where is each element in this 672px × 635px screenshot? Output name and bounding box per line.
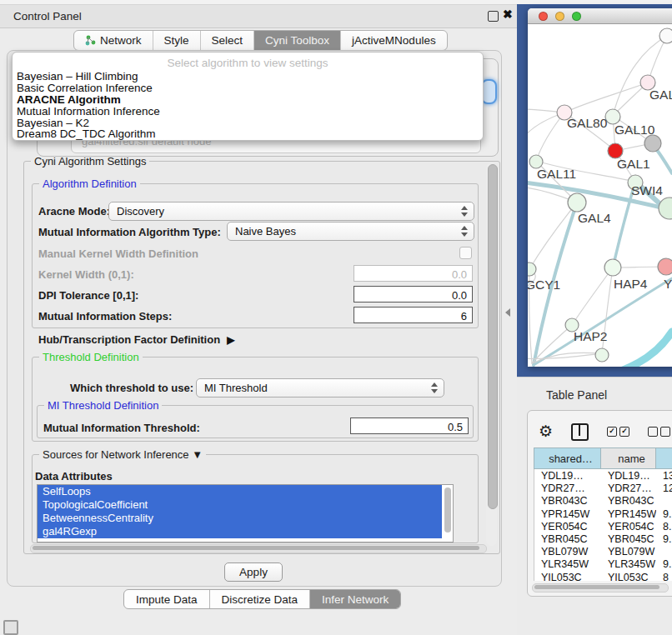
kernel-width-field[interactable]: 0.0 [354,265,473,282]
settings-scrollbar-thumb[interactable] [488,164,498,509]
attribute-item-gal4rgexp[interactable]: gal4RGexp [38,525,442,538]
tab-jactivemnodules[interactable]: jActiveMNodules [341,31,447,50]
attribute-item-selfloops[interactable]: SelfLoops [38,485,442,498]
dpi-tolerance-label: DPI Tolerance [0,1]: [38,289,138,302]
table-cell: YPR145W [534,508,601,520]
tab-cyni-toolbox[interactable]: Cyni Toolbox [254,31,341,50]
network-window-titlebar[interactable] [528,8,672,24]
dropdown-item-aracne-algorithm[interactable]: ARACNE Algorithm [16,94,479,106]
column-header-2[interactable] [656,448,672,468]
data-attributes-list[interactable]: SelfLoopsTopologicalCoefficientBetweenne… [37,484,454,542]
dropdown-item-mutual-information-inference[interactable]: Mutual Information Inference [16,106,479,118]
cyni-settings-title: Cyni Algorithm Settings [31,155,149,168]
node-label-gal11: GAL11 [537,167,576,181]
which-threshold-select[interactable]: MI Threshold [196,378,444,398]
node-label-gal7: GAL7 [649,88,672,102]
settings-hscrollbar-track[interactable] [30,544,487,553]
table-cell: 9. [656,532,672,545]
list-scrollbar-thumb[interactable] [444,488,451,532]
network-node[interactable] [604,259,621,276]
hub-definition-toggle[interactable]: Hub/Transcription Factor Definition▶ [38,333,234,346]
table-row[interactable]: YBR043CYBR043C [534,494,672,507]
settings-hscrollbar-thumb[interactable] [33,546,479,550]
bottom-tab-impute-data[interactable]: Impute Data [124,590,210,608]
table-cell: YBR043C [601,494,656,507]
network-node[interactable] [528,262,536,276]
mi-threshold-field[interactable]: 0.5 [350,418,469,434]
table-cell: YLR345W [534,558,601,570]
table-row[interactable]: YBR045CYBR045C9. [534,532,672,545]
data-attributes-label: Data Attributes [35,470,113,482]
table-row[interactable]: YLR345WYLR345W9. [534,558,672,570]
close-traffic-light[interactable] [539,12,548,21]
manual-kernel-label: Manual Kernel Width Definition [38,248,198,260]
table-cell [656,494,672,507]
table-cell: YBL079W [601,545,656,558]
attribute-item-topologicalcoefficient[interactable]: TopologicalCoefficient [38,498,442,512]
bottom-tab-discretize-data[interactable]: Discretize Data [210,590,311,608]
attribute-item-betweennesscentrality[interactable]: BetweennessCentrality [38,512,442,525]
table-row[interactable]: YBL079WYBL079W [534,545,672,558]
manual-kernel-checkbox[interactable] [459,247,472,259]
network-node[interactable] [659,198,672,219]
select-all-icon[interactable]: ✓ ✓ [607,427,629,437]
tab-network[interactable]: Network [74,31,153,50]
network-canvas[interactable]: GAL7GAL80GAL10GAL1GAL11SWI4GAL4GCY1HAP4Y… [528,23,672,367]
table-row[interactable]: YPR145WYPR145W9. [534,508,672,520]
table-cell: YER054C [601,520,656,532]
sources-title[interactable]: Sources for Network Inference ▼ [39,448,206,461]
network-node[interactable] [595,348,609,362]
mi-steps-field[interactable]: 6 [354,307,473,323]
table-cell: YBR043C [534,494,601,507]
aracne-mode-select[interactable]: Discovery [108,202,474,221]
table-row[interactable]: YIL053CYIL053C8 [534,571,672,582]
mi-type-select[interactable]: Naive Bayes [227,222,474,241]
tab-select[interactable]: Select [201,31,255,50]
column-manager-icon[interactable] [571,423,589,441]
network-edge[interactable] [564,82,648,112]
table-hscrollbar-thumb[interactable] [534,585,659,589]
dropdown-item-bayesian-hill-climbing[interactable]: Bayesian – Hill Climbing [16,71,479,82]
network-edge[interactable] [619,332,672,367]
table-cell: YPR145W [601,508,656,520]
table-cell [656,545,672,558]
dropdown-item-basic-correlation-inference[interactable]: Basic Correlation Inference [16,82,479,94]
table-body: YDL19…YDL19…13YDR27…YDR27…12YBR043CYBR04… [534,469,672,581]
network-node[interactable] [659,28,672,43]
table-cell: YBL079W [534,545,601,558]
table-cell: YDR27… [534,482,601,494]
column-header-name[interactable]: name [601,448,656,468]
network-edge[interactable] [536,112,564,161]
network-node[interactable] [658,258,672,275]
dropdown-item-dream8-dc-tdc-algorithm[interactable]: Dream8 DC_TDC Algorithm [16,128,479,140]
table-cell: YDR27… [601,482,656,494]
node-label-hap4: HAP4 [614,277,648,291]
table-cell: 12 [656,482,672,494]
table-cell: 8. [656,520,672,532]
deselect-all-icon[interactable] [648,427,670,437]
column-header-shared-[interactable]: shared… [534,448,601,468]
table-hscrollbar-track[interactable] [532,583,669,592]
close-icon[interactable]: ✖ [503,8,513,21]
tab-style[interactable]: Style [153,31,201,50]
minimized-panel-icon[interactable] [3,620,18,635]
minimize-traffic-light[interactable] [555,12,564,21]
table-row[interactable]: YDR27…YDR27…12 [534,482,672,494]
apply-button[interactable]: Apply [224,562,283,582]
network-edge[interactable] [613,36,667,116]
network-node[interactable] [568,193,586,212]
table-cell: 9. [656,508,672,520]
network-node[interactable] [644,135,661,152]
network-edge[interactable] [529,202,577,269]
table-row[interactable]: YDL19…YDL19…13 [534,469,672,482]
bottom-tab-infer-network[interactable]: Infer Network [310,590,400,608]
float-panel-icon[interactable] [488,11,499,22]
zoom-traffic-light[interactable] [572,12,581,21]
dpi-tolerance-field[interactable]: 0.0 [354,286,473,302]
gear-icon[interactable]: ⚙ [539,422,553,441]
table-cell: YIL053C [601,571,656,582]
dropdown-item-bayesian-k2[interactable]: Bayesian – K2 [16,118,479,129]
table-row[interactable]: YER054CYER054C8. [534,520,672,532]
node-label-gal1: GAL1 [617,157,650,171]
splitter-collapse-arrow[interactable] [505,308,510,317]
